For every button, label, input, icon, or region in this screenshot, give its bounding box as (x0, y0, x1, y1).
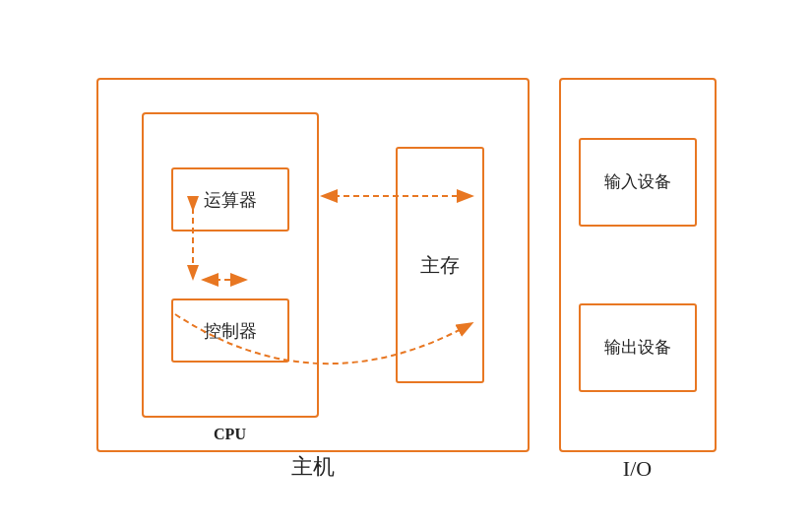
controller-box: 控制器 (171, 298, 289, 363)
diagram-container: 运算器 控制器 CPU (23, 24, 790, 506)
io-label: I/O (623, 456, 652, 482)
alu-label: 运算器 (204, 188, 257, 212)
alu-box: 运算器 (171, 167, 289, 232)
cpu-label: CPU (214, 426, 246, 443)
cpu-box: 运算器 控制器 CPU (142, 112, 319, 418)
output-device-box: 输出设备 (579, 303, 697, 392)
host-label: 主机 (291, 452, 335, 482)
memory-label: 主存 (420, 252, 460, 279)
cpu-internal-arrows (144, 114, 317, 416)
main-row: 运算器 控制器 CPU (23, 78, 790, 452)
memory-box: 主存 (396, 147, 484, 383)
input-device-label: 输入设备 (604, 170, 671, 194)
output-device-label: 输出设备 (604, 336, 671, 360)
host-box: 运算器 控制器 CPU (96, 78, 530, 452)
io-section: 输入设备 输出设备 I/O (559, 78, 717, 452)
controller-label: 控制器 (204, 319, 257, 343)
input-device-box: 输入设备 (579, 138, 697, 227)
